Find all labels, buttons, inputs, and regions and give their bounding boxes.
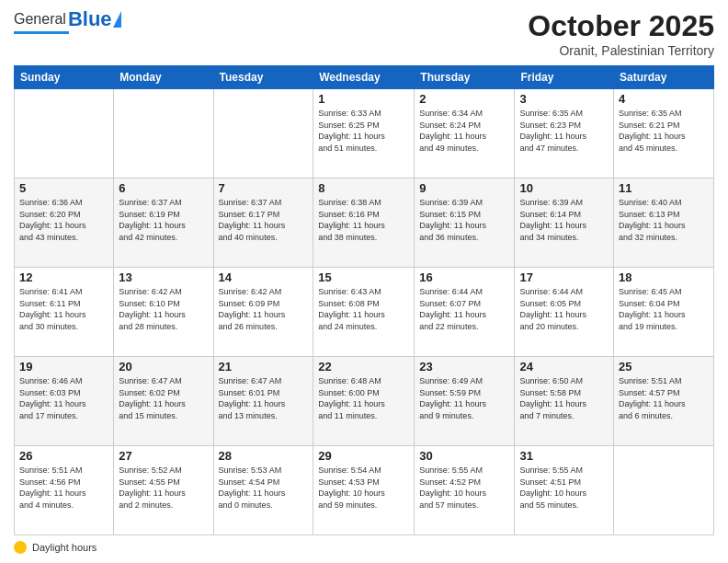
day-number: 16 bbox=[419, 270, 509, 284]
day-info: Sunrise: 6:37 AM Sunset: 6:17 PM Dayligh… bbox=[219, 197, 309, 243]
day-info: Sunrise: 5:54 AM Sunset: 4:53 PM Dayligh… bbox=[318, 465, 409, 511]
day-number: 24 bbox=[519, 360, 609, 373]
day-info: Sunrise: 6:49 AM Sunset: 5:59 PM Dayligh… bbox=[419, 375, 509, 421]
footer-label: Daylight hours bbox=[32, 542, 97, 553]
day-info: Sunrise: 6:42 AM Sunset: 6:09 PM Dayligh… bbox=[219, 286, 309, 332]
calendar-day-cell: 19Sunrise: 6:46 AM Sunset: 6:03 PM Dayli… bbox=[15, 357, 114, 446]
day-info: Sunrise: 6:44 AM Sunset: 6:05 PM Dayligh… bbox=[519, 286, 609, 332]
day-number: 30 bbox=[419, 449, 509, 463]
calendar-day-cell bbox=[15, 89, 114, 178]
calendar-week-row: 1Sunrise: 6:33 AM Sunset: 6:25 PM Daylig… bbox=[15, 89, 714, 178]
calendar-day-header: Monday bbox=[114, 66, 213, 89]
calendar-day-cell: 17Sunrise: 6:44 AM Sunset: 6:05 PM Dayli… bbox=[515, 268, 614, 357]
day-number: 1 bbox=[318, 92, 409, 106]
day-number: 12 bbox=[19, 270, 108, 284]
month-title: October 2025 bbox=[528, 9, 714, 43]
calendar-day-cell: 16Sunrise: 6:44 AM Sunset: 6:07 PM Dayli… bbox=[415, 268, 515, 357]
calendar-day-cell: 12Sunrise: 6:41 AM Sunset: 6:11 PM Dayli… bbox=[15, 268, 114, 357]
page: General Blue October 2025 Oranit, Palest… bbox=[0, 0, 728, 563]
calendar-day-cell: 8Sunrise: 6:38 AM Sunset: 6:16 PM Daylig… bbox=[313, 178, 415, 268]
calendar-day-cell: 10Sunrise: 6:39 AM Sunset: 6:14 PM Dayli… bbox=[515, 178, 614, 268]
calendar-day-header: Friday bbox=[515, 66, 614, 89]
day-number: 4 bbox=[619, 92, 709, 106]
day-number: 20 bbox=[119, 360, 208, 373]
calendar-day-cell: 26Sunrise: 5:51 AM Sunset: 4:56 PM Dayli… bbox=[15, 446, 114, 535]
day-number: 21 bbox=[219, 360, 309, 373]
day-number: 9 bbox=[419, 181, 509, 195]
day-number: 3 bbox=[519, 92, 609, 106]
day-number: 2 bbox=[419, 92, 509, 106]
calendar-day-cell: 6Sunrise: 6:37 AM Sunset: 6:19 PM Daylig… bbox=[114, 178, 213, 268]
calendar-day-cell: 21Sunrise: 6:47 AM Sunset: 6:01 PM Dayli… bbox=[213, 357, 313, 446]
calendar-day-cell: 25Sunrise: 5:51 AM Sunset: 4:57 PM Dayli… bbox=[614, 357, 714, 446]
day-info: Sunrise: 6:47 AM Sunset: 6:02 PM Dayligh… bbox=[119, 375, 208, 421]
logo-blue-text: Blue bbox=[68, 9, 112, 29]
day-number: 10 bbox=[519, 181, 609, 195]
day-number: 31 bbox=[519, 449, 609, 463]
day-number: 25 bbox=[619, 360, 709, 373]
logo-arrow-icon bbox=[113, 11, 121, 28]
calendar-day-cell: 31Sunrise: 5:55 AM Sunset: 4:51 PM Dayli… bbox=[515, 446, 614, 535]
day-info: Sunrise: 6:42 AM Sunset: 6:10 PM Dayligh… bbox=[119, 286, 208, 332]
day-info: Sunrise: 5:55 AM Sunset: 4:51 PM Dayligh… bbox=[519, 465, 609, 511]
day-number: 8 bbox=[318, 181, 409, 195]
calendar-table: SundayMondayTuesdayWednesdayThursdayFrid… bbox=[14, 65, 714, 535]
title-block: October 2025 Oranit, Palestinian Territo… bbox=[528, 9, 714, 58]
calendar-day-cell: 14Sunrise: 6:42 AM Sunset: 6:09 PM Dayli… bbox=[213, 268, 313, 357]
day-info: Sunrise: 6:37 AM Sunset: 6:19 PM Dayligh… bbox=[119, 197, 208, 243]
day-number: 15 bbox=[318, 270, 409, 284]
calendar-day-cell: 3Sunrise: 6:35 AM Sunset: 6:23 PM Daylig… bbox=[515, 89, 614, 178]
day-number: 29 bbox=[318, 449, 409, 463]
calendar-day-cell bbox=[614, 446, 714, 535]
calendar-day-cell: 29Sunrise: 5:54 AM Sunset: 4:53 PM Dayli… bbox=[313, 446, 415, 535]
calendar-week-row: 19Sunrise: 6:46 AM Sunset: 6:03 PM Dayli… bbox=[15, 357, 714, 446]
calendar-day-cell: 22Sunrise: 6:48 AM Sunset: 6:00 PM Dayli… bbox=[313, 357, 415, 446]
day-info: Sunrise: 6:45 AM Sunset: 6:04 PM Dayligh… bbox=[619, 286, 709, 332]
calendar-day-cell: 2Sunrise: 6:34 AM Sunset: 6:24 PM Daylig… bbox=[415, 89, 515, 178]
day-number: 14 bbox=[219, 270, 309, 284]
day-number: 27 bbox=[119, 449, 208, 463]
footer: Daylight hours bbox=[14, 541, 714, 554]
day-number: 11 bbox=[619, 181, 709, 195]
day-number: 18 bbox=[619, 270, 709, 284]
calendar-day-header: Wednesday bbox=[313, 66, 415, 89]
calendar-day-cell: 13Sunrise: 6:42 AM Sunset: 6:10 PM Dayli… bbox=[114, 268, 213, 357]
calendar-day-cell: 7Sunrise: 6:37 AM Sunset: 6:17 PM Daylig… bbox=[213, 178, 313, 268]
day-info: Sunrise: 6:46 AM Sunset: 6:03 PM Dayligh… bbox=[19, 375, 108, 421]
day-number: 13 bbox=[119, 270, 208, 284]
day-number: 28 bbox=[219, 449, 309, 463]
calendar-day-cell: 9Sunrise: 6:39 AM Sunset: 6:15 PM Daylig… bbox=[415, 178, 515, 268]
day-info: Sunrise: 6:44 AM Sunset: 6:07 PM Dayligh… bbox=[419, 286, 509, 332]
day-info: Sunrise: 5:52 AM Sunset: 4:55 PM Dayligh… bbox=[119, 465, 208, 511]
day-info: Sunrise: 6:48 AM Sunset: 6:00 PM Dayligh… bbox=[318, 375, 409, 421]
day-number: 22 bbox=[318, 360, 409, 373]
day-info: Sunrise: 6:33 AM Sunset: 6:25 PM Dayligh… bbox=[318, 108, 409, 154]
day-number: 6 bbox=[119, 181, 208, 195]
calendar-header-row: SundayMondayTuesdayWednesdayThursdayFrid… bbox=[15, 66, 714, 89]
day-number: 7 bbox=[219, 181, 309, 195]
day-info: Sunrise: 6:50 AM Sunset: 5:58 PM Dayligh… bbox=[519, 375, 609, 421]
day-info: Sunrise: 6:36 AM Sunset: 6:20 PM Dayligh… bbox=[19, 197, 108, 243]
calendar-day-header: Saturday bbox=[614, 66, 714, 89]
day-info: Sunrise: 6:40 AM Sunset: 6:13 PM Dayligh… bbox=[619, 197, 709, 243]
day-info: Sunrise: 6:35 AM Sunset: 6:21 PM Dayligh… bbox=[619, 108, 709, 154]
day-info: Sunrise: 5:53 AM Sunset: 4:54 PM Dayligh… bbox=[219, 465, 309, 511]
day-info: Sunrise: 6:34 AM Sunset: 6:24 PM Dayligh… bbox=[419, 108, 509, 154]
day-info: Sunrise: 6:39 AM Sunset: 6:15 PM Dayligh… bbox=[419, 197, 509, 243]
calendar-day-cell: 5Sunrise: 6:36 AM Sunset: 6:20 PM Daylig… bbox=[15, 178, 114, 268]
day-info: Sunrise: 5:55 AM Sunset: 4:52 PM Dayligh… bbox=[419, 465, 509, 511]
location-subtitle: Oranit, Palestinian Territory bbox=[528, 43, 714, 58]
day-info: Sunrise: 6:35 AM Sunset: 6:23 PM Dayligh… bbox=[519, 108, 609, 154]
calendar-week-row: 12Sunrise: 6:41 AM Sunset: 6:11 PM Dayli… bbox=[15, 268, 714, 357]
sun-icon bbox=[14, 541, 27, 554]
calendar-day-cell: 18Sunrise: 6:45 AM Sunset: 6:04 PM Dayli… bbox=[614, 268, 714, 357]
logo-underline bbox=[14, 31, 69, 34]
calendar-week-row: 26Sunrise: 5:51 AM Sunset: 4:56 PM Dayli… bbox=[15, 446, 714, 535]
day-info: Sunrise: 6:41 AM Sunset: 6:11 PM Dayligh… bbox=[19, 286, 108, 332]
calendar-day-cell: 11Sunrise: 6:40 AM Sunset: 6:13 PM Dayli… bbox=[614, 178, 714, 268]
header: General Blue October 2025 Oranit, Palest… bbox=[14, 9, 714, 58]
day-info: Sunrise: 6:39 AM Sunset: 6:14 PM Dayligh… bbox=[519, 197, 609, 243]
day-number: 26 bbox=[19, 449, 108, 463]
day-number: 23 bbox=[419, 360, 509, 373]
calendar-day-cell: 24Sunrise: 6:50 AM Sunset: 5:58 PM Dayli… bbox=[515, 357, 614, 446]
